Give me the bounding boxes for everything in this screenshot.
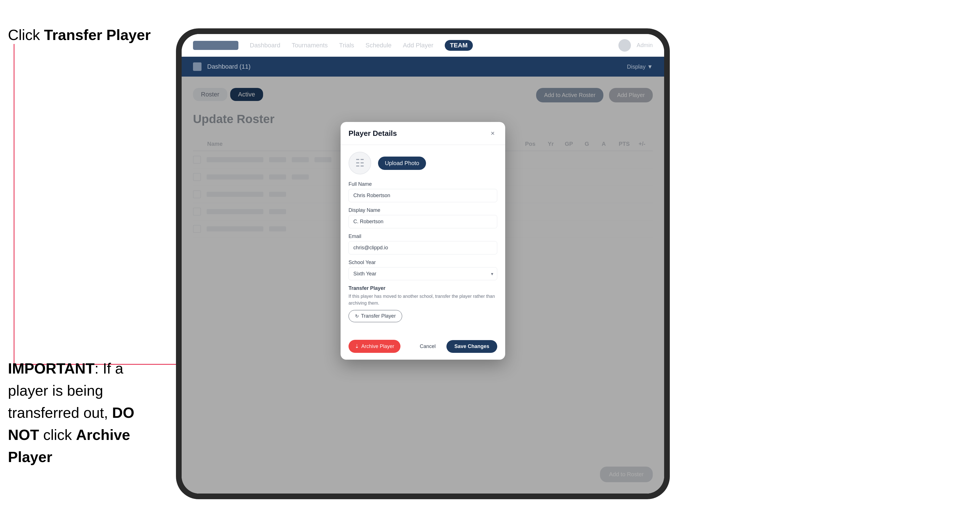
archive-player-button[interactable]: ⇣ Archive Player xyxy=(348,340,401,353)
instruction-transfer-bold: Transfer Player xyxy=(44,27,151,43)
app-nav-bar: Dashboard Tournaments Trials Schedule Ad… xyxy=(181,34,664,57)
app-logo xyxy=(193,41,239,50)
archive-player-label: Archive Player xyxy=(361,343,394,349)
nav-admin-text: Admin xyxy=(636,42,653,49)
sub-nav-icon xyxy=(193,62,202,71)
upload-photo-button[interactable]: Upload Photo xyxy=(378,157,426,170)
nav-item-team[interactable]: TEAM xyxy=(445,40,473,51)
nav-item-dashboard[interactable]: Dashboard xyxy=(250,42,280,49)
sub-nav-bar: Dashboard (11) Display ▼ xyxy=(181,57,664,76)
school-year-select-wrapper: First Year Second Year Third Year Fourth… xyxy=(348,267,497,280)
cancel-button[interactable]: Cancel xyxy=(414,340,442,353)
display-name-input[interactable] xyxy=(348,215,497,229)
modal-body: ☷ Upload Photo Full Name Display Name xyxy=(340,145,505,335)
modal-header: Player Details × xyxy=(340,122,505,145)
school-year-label: School Year xyxy=(348,260,497,265)
archive-icon: ⇣ xyxy=(355,343,359,349)
transfer-player-section: Transfer Player If this player has moved… xyxy=(348,285,497,322)
arrow-vertical-line xyxy=(14,44,14,365)
modal-title: Player Details xyxy=(348,129,397,138)
nav-item-add-player[interactable]: Add Player xyxy=(403,42,434,49)
display-name-group: Display Name xyxy=(348,207,497,229)
full-name-group: Full Name xyxy=(348,181,497,202)
nav-avatar xyxy=(619,39,631,52)
nav-right-area: Admin xyxy=(619,39,653,52)
email-group: Email xyxy=(348,233,497,254)
display-name-label: Display Name xyxy=(348,207,497,213)
nav-item-tournaments[interactable]: Tournaments xyxy=(292,42,328,49)
nav-item-schedule[interactable]: Schedule xyxy=(366,42,392,49)
transfer-player-button-label: Transfer Player xyxy=(361,313,396,319)
tablet-device: Dashboard Tournaments Trials Schedule Ad… xyxy=(176,29,670,499)
avatar: ☷ xyxy=(348,152,371,175)
instruction-top: Click Transfer Player xyxy=(8,25,151,45)
modal-footer: ⇣ Archive Player Cancel Save Changes xyxy=(340,335,505,360)
full-name-label: Full Name xyxy=(348,181,497,187)
save-changes-button[interactable]: Save Changes xyxy=(446,340,497,353)
content-area: Roster Active Update Roster Add to Activ… xyxy=(181,76,664,494)
full-name-input[interactable] xyxy=(348,189,497,202)
transfer-player-button[interactable]: ↻ Transfer Player xyxy=(348,310,402,322)
tablet-screen: Dashboard Tournaments Trials Schedule Ad… xyxy=(181,34,664,494)
user-icon: ☷ xyxy=(355,157,364,169)
nav-item-trials[interactable]: Trials xyxy=(339,42,354,49)
modal-overlay: Player Details × ☷ Upload Photo xyxy=(181,76,664,494)
transfer-player-description: If this player has moved to another scho… xyxy=(348,293,497,306)
sub-nav-display[interactable]: Display ▼ xyxy=(627,63,653,70)
player-details-modal: Player Details × ☷ Upload Photo xyxy=(340,122,505,360)
important-label: IMPORTANT xyxy=(8,360,94,377)
school-year-select[interactable]: First Year Second Year Third Year Fourth… xyxy=(348,267,497,280)
email-input[interactable] xyxy=(348,241,497,254)
instruction-bottom: IMPORTANT: If a player is being transfer… xyxy=(8,357,161,468)
email-label: Email xyxy=(348,233,497,240)
refresh-icon: ↻ xyxy=(355,313,359,319)
transfer-player-title: Transfer Player xyxy=(348,285,497,291)
avatar-row: ☷ Upload Photo xyxy=(348,152,497,175)
school-year-group: School Year First Year Second Year Third… xyxy=(348,260,497,280)
modal-close-button[interactable]: × xyxy=(488,129,497,138)
instruction-prefix: Click xyxy=(8,27,44,43)
instruction-end: click xyxy=(39,427,76,443)
sub-nav-dashboard-text: Dashboard (11) xyxy=(207,63,251,70)
